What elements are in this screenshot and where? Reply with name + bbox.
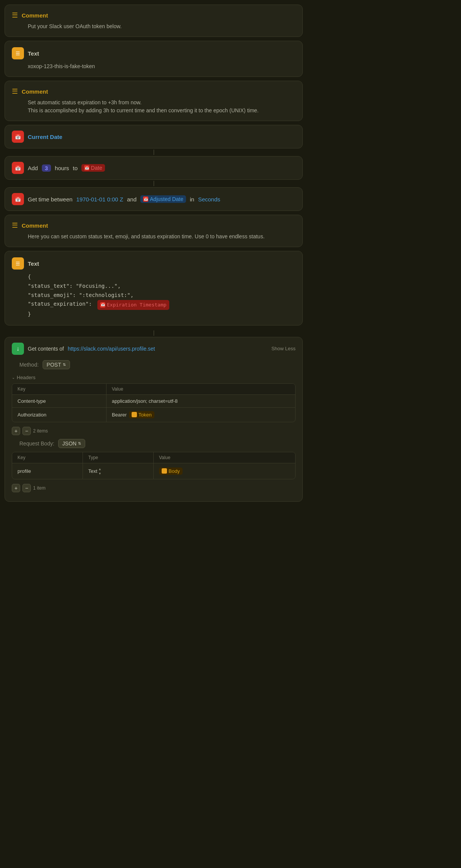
comment-card-1: ☰ Comment Put your Slack user OAuth toke… [5, 5, 303, 37]
code-line-1: { [28, 273, 296, 282]
adjusted-date-icon: 📅 [143, 196, 148, 202]
get-contents-card: ↓ Get contents of https://slack.com/api/… [5, 337, 303, 502]
headers-value-1: application/json; charset=utf-8 [107, 395, 295, 407]
get-contents-icon: ↓ [12, 343, 24, 355]
headers-col-key: Key [12, 384, 107, 394]
token-badge: ☰ Token [129, 411, 154, 418]
body-badge: ☰ Body [159, 468, 183, 475]
get-time-prefix: Get time between [28, 196, 73, 203]
body-col-value: Value [154, 452, 295, 463]
body-table-header: Key Type Value [12, 452, 295, 463]
and-label: and [127, 196, 137, 203]
body-remove-button[interactable]: − [22, 484, 31, 492]
connector-3 [5, 329, 303, 337]
body-col-key: Key [12, 452, 83, 463]
expiration-icon: 📅 [100, 302, 105, 308]
body-add-button[interactable]: + [12, 484, 20, 492]
comment-icon-1: ☰ [12, 11, 18, 19]
headers-add-remove: + − 2 items [12, 427, 296, 435]
headers-remove-button[interactable]: − [22, 427, 31, 435]
expiration-badge: 📅 Expiration Timestamp [97, 300, 169, 310]
text-card-2: ☰ Text { "status_text": "Focusing...", "… [5, 251, 303, 326]
headers-col-value: Value [107, 384, 295, 394]
text-title-1: Text [28, 50, 39, 57]
method-label: Method: [19, 362, 39, 368]
method-chevron-icon: ⇅ [63, 362, 66, 367]
text-card-1: ☰ Text xoxop-123-this-is-fake-token [5, 41, 303, 77]
code-line-2: "status_text": "Focusing...", [28, 282, 296, 291]
code-line-4: "status_expiration": 📅 Expiration Timest… [28, 300, 296, 310]
current-date-card: 📅 Current Date [5, 125, 303, 148]
request-body-type-select[interactable]: JSON ⇅ [58, 439, 85, 448]
text-icon-2: ☰ [12, 257, 24, 270]
body-table: Key Type Value profile Text ▴ ▾ ☰ Body [12, 452, 296, 479]
headers-chevron-icon: ⌄ [12, 375, 15, 380]
adjusted-date-variable: 📅 Adjusted Date [140, 195, 186, 203]
comment-icon-2: ☰ [12, 87, 18, 96]
comment-body-3: Here you can set custom status text, emo… [12, 233, 296, 241]
seconds-label: Seconds [198, 196, 220, 203]
get-contents-header: ↓ Get contents of https://slack.com/api/… [5, 337, 302, 360]
body-key-1: profile [12, 463, 83, 479]
date-var-icon: 📅 [84, 165, 89, 171]
comment-title-1: Comment [22, 12, 48, 19]
body-items-count: 1 item [33, 485, 46, 491]
comment-icon-3: ☰ [12, 221, 18, 230]
text-title-2: Text [28, 260, 39, 267]
body-value-1: ☰ Body [154, 463, 295, 479]
comment-body-1: Put your Slack user OAuth token below. [12, 22, 296, 30]
comment-card-3: ☰ Comment Here you can set custom status… [5, 215, 303, 247]
headers-key-2: Authorization [12, 408, 107, 422]
get-contents-body: Method: POST ⇅ ⌄ Headers Key Value Conte… [5, 360, 302, 501]
text-body-1: xoxop-123-this-is-fake-token [12, 62, 296, 70]
add-label: Add [28, 165, 38, 171]
comment-body-2: Set automatic status expiration to +3h f… [12, 99, 296, 115]
add-hours-card: 📅 Add 3 hours to 📅 Date [5, 156, 303, 180]
code-line-3: "status_emoji": ":technologist:", [28, 291, 296, 300]
text-icon-1: ☰ [12, 47, 24, 59]
headers-add-button[interactable]: + [12, 427, 20, 435]
request-body-chevron-icon: ⇅ [78, 441, 81, 445]
add-number: 3 [42, 164, 51, 172]
request-body-row: Request Body: JSON ⇅ [12, 439, 296, 448]
body-badge-icon: ☰ [162, 468, 167, 474]
token-icon: ☰ [132, 412, 137, 417]
comment-title-3: Comment [22, 222, 48, 229]
headers-value-2: Bearer ☰ Token [107, 408, 295, 422]
comment-title-2: Comment [22, 88, 48, 95]
headers-table-header: Key Value [12, 384, 295, 395]
to-label: to [73, 165, 78, 171]
body-type-1: Text ▴ ▾ [83, 463, 154, 479]
method-select[interactable]: POST ⇅ [43, 360, 70, 369]
method-row: Method: POST ⇅ [12, 360, 296, 369]
headers-row-1: Content-type application/json; charset=u… [12, 395, 295, 408]
get-contents-prefix: Get contents of [28, 346, 64, 352]
headers-table: Key Value Content-type application/json;… [12, 383, 296, 422]
code-line-5: } [28, 310, 296, 319]
headers-section-label: ⌄ Headers [12, 375, 296, 380]
type-down-icon[interactable]: ▾ [99, 471, 101, 475]
current-date-icon: 📅 [12, 131, 24, 143]
show-less-button[interactable]: Show Less [271, 346, 296, 351]
current-date-title: Current Date [28, 134, 62, 140]
comment-card-2: ☰ Comment Set automatic status expiratio… [5, 81, 303, 121]
body-add-remove: + − 1 item [12, 484, 296, 492]
headers-row-2: Authorization Bearer ☰ Token [12, 408, 295, 422]
headers-key-1: Content-type [12, 395, 107, 407]
type-up-icon[interactable]: ▴ [99, 467, 101, 471]
get-time-icon: 📅 [12, 193, 24, 205]
get-contents-url[interactable]: https://slack.com/api/users.profile.set [68, 346, 267, 352]
date1-value: 1970-01-01 0:00 Z [76, 196, 123, 203]
connector-1 [5, 148, 303, 156]
connector-2 [5, 180, 303, 187]
text-code-block: { "status_text": "Focusing...", "status_… [12, 273, 296, 319]
body-row-1: profile Text ▴ ▾ ☰ Body [12, 463, 295, 479]
add-hours-icon: 📅 [12, 162, 24, 174]
in-label: in [190, 196, 194, 203]
headers-items-count: 2 items [33, 428, 48, 434]
request-body-label: Request Body: [19, 440, 54, 447]
hours-label: hours [55, 165, 69, 171]
get-time-card: 📅 Get time between 1970-01-01 0:00 Z and… [5, 187, 303, 211]
body-col-type: Type [83, 452, 154, 463]
date-variable: 📅 Date [81, 164, 105, 172]
